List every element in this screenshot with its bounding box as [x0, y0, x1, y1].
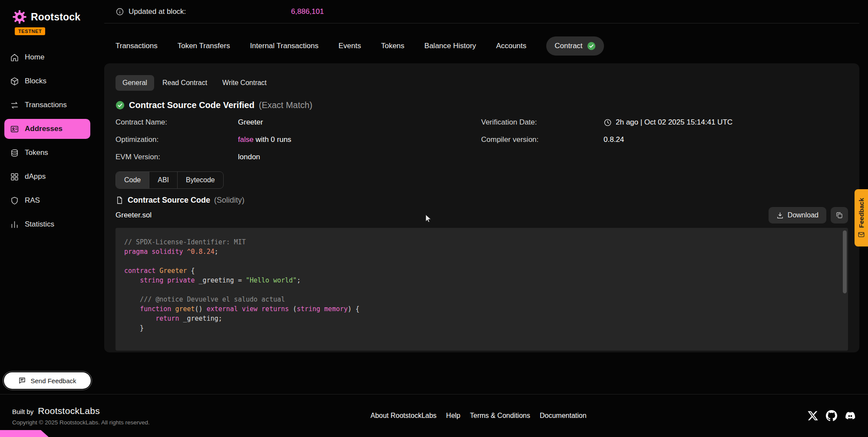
contract-name-label: Contract Name: [116, 118, 238, 127]
discord-icon[interactable] [845, 410, 856, 421]
mail-icon [858, 231, 865, 238]
tab-balance-history[interactable]: Balance History [424, 42, 476, 50]
code-scrollbar-thumb[interactable] [843, 230, 847, 293]
sidebar-item-label: RAS [25, 196, 40, 205]
tab-label: Events [338, 42, 361, 50]
main-content: Updated at block: 6,886,101 Transactions… [95, 0, 868, 394]
block-number-link[interactable]: 6,886,101 [291, 7, 324, 16]
sidebar: Rootstock TESTNET HomeBlocksTransactions… [0, 0, 95, 394]
contract-subtabs: GeneralRead ContractWrite Contract [116, 75, 848, 91]
subtab-read-contract[interactable]: Read Contract [155, 75, 214, 91]
updated-at-block-bar: Updated at block: 6,886,101 [104, 0, 859, 23]
compiler-version-label: Compiler version: [481, 135, 604, 144]
subtab-general[interactable]: General [116, 75, 154, 91]
sidebar-item-label: Blocks [25, 77, 46, 85]
tokens-icon [10, 148, 19, 158]
tab-events[interactable]: Events [338, 42, 361, 50]
source-code-language: (Solidity) [214, 196, 244, 205]
code-line: // SPDX-License-Identifier: MIT [124, 237, 835, 247]
sidebar-menu: HomeBlocksTransactionsAddressesTokensdAp… [0, 47, 95, 234]
footer-link-terms-conditions[interactable]: Terms & Conditions [470, 412, 530, 420]
footer-link-documentation[interactable]: Documentation [540, 412, 587, 420]
verified-title: Contract Source Code Verified [129, 100, 254, 110]
optimization-value: false with 0 runs [238, 135, 481, 144]
github-icon[interactable] [826, 410, 837, 421]
optimization-flag: false [238, 135, 254, 144]
tab-label: Tokens [381, 42, 404, 50]
footer-link-about-rootstocklabs[interactable]: About RootstockLabs [370, 412, 436, 420]
sidebar-item-addresses[interactable]: Addresses [4, 119, 90, 139]
footer-link-help[interactable]: Help [446, 412, 460, 420]
testnet-badge: TESTNET [15, 27, 45, 35]
verification-date-value: 2h ago | Oct 02 2025 15:14:41 UTC [604, 118, 848, 127]
download-icon [776, 212, 784, 219]
source-code-viewer[interactable]: // SPDX-License-Identifier: MITpragma so… [116, 228, 848, 351]
document-icon [116, 196, 124, 204]
feedback-tab[interactable]: Feedback [855, 189, 868, 246]
copy-button[interactable] [831, 207, 848, 223]
code-line: contract Greeter { [124, 266, 835, 276]
verification-date-text: 2h ago | Oct 02 2025 15:14:41 UTC [616, 118, 733, 127]
verification-date-label: Verification Date: [481, 118, 604, 127]
code-line: return _greeting; [124, 314, 835, 323]
rootstocklabs-wordmark[interactable]: RootstockLabs [38, 406, 100, 416]
sidebar-item-blocks[interactable]: Blocks [4, 71, 90, 91]
addresses-icon [10, 125, 19, 134]
file-actions: Download [769, 207, 848, 223]
info-icon [116, 7, 124, 16]
evm-version-value: london [238, 153, 481, 161]
sidebar-item-home[interactable]: Home [4, 47, 90, 67]
download-button[interactable]: Download [769, 207, 826, 223]
code-view-tabs: CodeABIBytecode [116, 171, 224, 189]
tab-tokens[interactable]: Tokens [381, 42, 404, 50]
code-line: function greet() external view returns (… [124, 304, 835, 314]
copy-icon [835, 211, 843, 219]
footer-brand: Built by RootstockLabs Copyright © 2025 … [12, 406, 150, 426]
tab-transactions[interactable]: Transactions [116, 42, 158, 50]
tab-label: Token Transfers [178, 42, 230, 50]
sidebar-item-tokens[interactable]: Tokens [4, 143, 90, 163]
code-line [124, 256, 835, 266]
send-feedback-button[interactable]: Send Feedback [4, 372, 91, 389]
rootstock-gear-icon [12, 10, 27, 24]
tab-label: Transactions [116, 42, 158, 50]
tab-accounts[interactable]: Accounts [496, 42, 526, 50]
code-line [124, 285, 835, 295]
sidebar-item-statistics[interactable]: Statistics [4, 214, 90, 234]
verified-suffix: (Exact Match) [259, 100, 312, 110]
statistics-icon [10, 220, 19, 229]
footer-links: About RootstockLabsHelpTerms & Condition… [370, 412, 586, 420]
code-tab-code[interactable]: Code [116, 172, 149, 188]
feedback-form-icon [18, 377, 26, 384]
tab-token-transfers[interactable]: Token Transfers [178, 42, 230, 50]
optimization-label: Optimization: [116, 135, 238, 144]
sidebar-item-ras[interactable]: RAS [4, 191, 90, 210]
file-row: Greeter.sol Download [116, 207, 848, 223]
tab-contract[interactable]: Contract [546, 36, 604, 56]
check-circle-icon [587, 42, 596, 50]
code-scrollbar[interactable] [843, 229, 847, 350]
code-line: pragma solidity ^0.8.24; [124, 247, 835, 256]
updated-at-block-label: Updated at block: [129, 7, 186, 16]
sidebar-item-transactions[interactable]: Transactions [4, 95, 90, 115]
contract-fields: Contract Name: Greeter Verification Date… [116, 118, 848, 161]
sidebar-item-dapps[interactable]: dApps [4, 167, 90, 187]
x-icon[interactable] [807, 410, 818, 421]
verified-banner: Contract Source Code Verified (Exact Mat… [116, 99, 848, 111]
sidebar-item-label: Transactions [25, 101, 67, 109]
code-line: /// @notice Devuelve el saludo actual [124, 295, 835, 304]
tab-bar: TransactionsToken TransfersInternal Tran… [104, 36, 859, 56]
subtab-write-contract[interactable]: Write Contract [215, 75, 274, 91]
source-code-heading: Contract Source Code (Solidity) [116, 195, 848, 205]
code-tab-abi[interactable]: ABI [149, 172, 177, 188]
code-tab-bytecode[interactable]: Bytecode [177, 172, 223, 188]
brand-logo[interactable]: Rootstock [0, 10, 95, 24]
tab-label: Balance History [424, 42, 476, 50]
contract-name-value: Greeter [238, 118, 481, 127]
footer-social [807, 410, 856, 421]
blocks-icon [10, 77, 19, 86]
dapps-icon [10, 172, 19, 181]
verified-check-icon [116, 101, 125, 110]
evm-version-label: EVM Version: [116, 153, 238, 161]
tab-internal-transactions[interactable]: Internal Transactions [250, 42, 319, 50]
